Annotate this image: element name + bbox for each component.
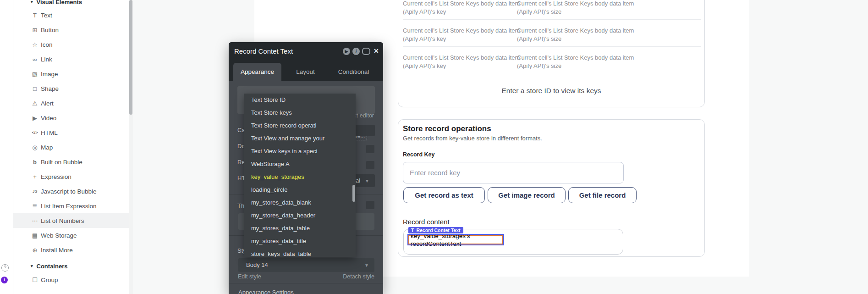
size-cell: Current cell's List Store Keys body data… <box>517 54 634 70</box>
sidebar-item-install-more[interactable]: ⊕Install More <box>13 243 129 257</box>
bubble-editor: ? I ▾ Visual Elements TText ⊞Button ☆Ico… <box>0 0 868 294</box>
card-title: Store record operations <box>403 124 491 133</box>
link-icon: ∞ <box>31 56 39 63</box>
record-key-input[interactable]: Enter record key <box>403 162 624 183</box>
sidebar-item-icon[interactable]: ☆Icon <box>13 37 129 52</box>
dropdown-item[interactable]: my_stores_data_blank <box>244 196 356 209</box>
sidebar-item-map[interactable]: ◎Map <box>13 140 129 155</box>
record-key-label: Record Key <box>403 151 434 158</box>
edit-style-link[interactable]: Edit style <box>238 273 261 280</box>
checkbox[interactable] <box>366 201 374 209</box>
dropdown-scrollbar-thumb[interactable] <box>352 185 355 202</box>
style-select-value: Body 14 <box>246 261 268 268</box>
dropdown-item[interactable]: my_stores_data_table <box>244 222 356 235</box>
sidebar-item-built-on-bubble[interactable]: bBuilt on Bubble <box>13 155 129 169</box>
sidebar-item-button[interactable]: ⊞Button <box>13 22 129 37</box>
section-containers[interactable]: ▾ Containers <box>31 262 67 270</box>
rich-text-editor-link[interactable]: xt editor <box>354 112 374 119</box>
ellipsis-icon: ⋯ <box>31 217 39 224</box>
sidebar-item-link[interactable]: ∞Link <box>13 52 129 67</box>
dropdown-item[interactable]: Text View keys in a speci <box>244 145 356 158</box>
row-divider <box>403 46 701 47</box>
image-icon: ▧ <box>31 71 39 78</box>
tab-conditional[interactable]: Conditional <box>332 63 375 81</box>
item-label: Built on Bubble <box>41 159 82 166</box>
sidebar-item-javascript-to-bubble[interactable]: JSJavascript to Bubble <box>13 184 129 199</box>
appearance-settings-heading: Appearance Settings <box>238 289 294 294</box>
get-file-record-button[interactable]: Get file record <box>568 187 637 203</box>
dropdown-item[interactable]: loading_circle <box>244 183 356 196</box>
button-icon: ⊞ <box>31 27 39 33</box>
sidebar-item-image[interactable]: ▧Image <box>13 67 129 81</box>
comment-icon[interactable] <box>362 48 370 55</box>
item-label: Install More <box>41 247 73 254</box>
sidebar-item-web-storage[interactable]: ▤Web Storage <box>13 228 129 243</box>
sidebar-item-html[interactable]: </>HTML <box>13 125 129 140</box>
info-icon[interactable]: i <box>352 48 360 55</box>
sidebar-item-video[interactable]: ▶Video <box>13 111 129 125</box>
shape-icon: □ <box>31 85 39 92</box>
item-label: Javascript to Bubble <box>41 188 97 195</box>
dropdown-item[interactable]: Text Store keys <box>244 106 356 119</box>
panel-header[interactable]: Record Contet Text ▶ i ✕ Appearance Layo… <box>229 42 383 81</box>
item-label: List of Numbers <box>41 217 84 224</box>
style-select[interactable]: Body 14 ▼ <box>238 258 374 272</box>
item-label: Image <box>41 71 58 78</box>
sidebar-item-shape[interactable]: □Shape <box>13 81 129 96</box>
row-divider <box>403 19 701 20</box>
dropdown-item[interactable]: Text View and manage your <box>244 132 356 145</box>
dropdown-item[interactable]: WebStorage A <box>244 158 356 171</box>
user-avatar[interactable]: I <box>1 277 8 283</box>
key-cell: Current cell's List Store Keys body data… <box>403 54 520 70</box>
size-cell: Current cell's List Store Keys body data… <box>517 0 634 16</box>
dropdown-item[interactable]: Text Store ID <box>244 94 356 106</box>
text-icon: T <box>31 12 39 19</box>
detach-style-link[interactable]: Detach style <box>343 273 374 280</box>
dropdown-item[interactable]: my_stores_data_title <box>244 235 356 248</box>
selected-text-element[interactable]: key_value_storages's recordContentText <box>408 235 503 244</box>
dropdown-item[interactable]: store_keys_data_table <box>244 248 356 257</box>
item-label: Link <box>41 56 52 63</box>
sidebar-item-list-item-expression[interactable]: ≣List Item Expression <box>13 199 129 213</box>
sidebar-item-list-of-numbers[interactable]: ⋯List of Numbers <box>13 213 129 228</box>
item-label: Web Storage <box>41 232 77 239</box>
html-icon: </> <box>31 130 39 135</box>
dropdown-item[interactable]: Text Store record operati <box>244 119 356 132</box>
item-label: Text <box>41 12 52 19</box>
sidebar-item-repeating-group[interactable]: ⧉Repeating Group <box>13 289 129 294</box>
sidebar-item-group[interactable]: ☐Group <box>13 272 129 287</box>
panel-title: Record Contet Text <box>234 47 293 55</box>
checkbox[interactable] <box>366 161 374 169</box>
sidebar-item-expression[interactable]: +Expression <box>13 169 129 184</box>
get-image-record-button[interactable]: Get image record <box>488 187 566 203</box>
dropdown-item-highlighted[interactable]: key_value_storages <box>244 171 356 183</box>
item-label: Map <box>41 144 53 151</box>
install-icon: ⊕ <box>31 247 39 254</box>
help-icon[interactable]: ? <box>1 264 9 272</box>
item-label: Alert <box>41 100 54 107</box>
item-label: Expression <box>41 173 71 180</box>
js-icon: JS <box>31 189 39 194</box>
item-label: Icon <box>41 41 53 48</box>
sidebar-item-text[interactable]: TText <box>13 8 129 22</box>
checkbox[interactable] <box>366 145 374 153</box>
property-editor-panel[interactable]: Record Contet Text ▶ i ✕ Appearance Layo… <box>229 42 383 294</box>
get-record-as-text-button[interactable]: Get record as text <box>403 187 485 203</box>
sidebar-scrollbar-thumb[interactable] <box>129 0 132 115</box>
preview-play-icon[interactable]: ▶ <box>343 48 350 55</box>
tab-layout[interactable]: Layout <box>288 63 323 81</box>
close-icon[interactable]: ✕ <box>374 47 379 55</box>
select-value-fragment: al <box>356 177 360 184</box>
dropdown-item[interactable]: my_stores_data_header <box>244 209 356 222</box>
autocomplete-dropdown[interactable]: Text Store ID Text Store keys Text Store… <box>244 94 356 257</box>
plus-icon: + <box>31 173 39 180</box>
section-visual-elements[interactable]: ▾ Visual Elements <box>31 0 82 6</box>
store-keys-card: Current cell's List Store Keys body data… <box>398 0 705 107</box>
group-icon: ☐ <box>31 277 39 283</box>
store-record-operations-card: Store record operations Get records from… <box>398 119 705 257</box>
sidebar-item-alert[interactable]: ⚠Alert <box>13 96 129 111</box>
map-pin-icon: ◎ <box>31 144 39 151</box>
tab-appearance[interactable]: Appearance <box>233 63 281 81</box>
section-label: Containers <box>37 263 68 270</box>
chevron-down-icon: ▼ <box>365 178 369 183</box>
